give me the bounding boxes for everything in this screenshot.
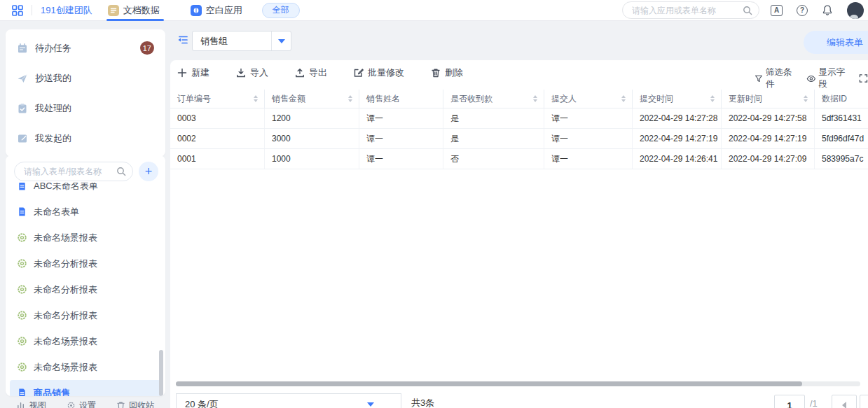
avatar-figure xyxy=(850,15,858,19)
batch-edit-button[interactable]: 批量修改 xyxy=(354,66,404,79)
sort-icon[interactable] xyxy=(348,95,352,102)
sort-icon[interactable] xyxy=(621,95,626,102)
form-item-label: 未命名分析报表 xyxy=(34,309,97,322)
sidebar-item-label: 我发起的 xyxy=(35,132,71,145)
current-page-box[interactable]: 1 xyxy=(774,395,805,408)
form-search[interactable] xyxy=(14,162,133,181)
import-icon xyxy=(236,68,246,78)
document-data-tab-icon xyxy=(108,5,119,16)
form-list-item[interactable]: 未命名表单 xyxy=(10,199,161,225)
new-record-button[interactable]: 新建 xyxy=(177,66,209,79)
toolbar-label: 批量修改 xyxy=(368,66,404,79)
sidebar-item-cc-to-me[interactable]: 抄送我的 xyxy=(6,63,165,93)
tab-blank-app[interactable]: 空白应用 xyxy=(191,0,242,21)
form-list-item[interactable]: 未命名分析报表 xyxy=(10,302,161,328)
cell-order-id: 0003 xyxy=(170,108,265,128)
sort-icon[interactable] xyxy=(533,95,537,102)
cell-sales-amount: 1000 xyxy=(265,149,359,169)
chart-view-icon xyxy=(17,401,26,408)
next-page-button[interactable] xyxy=(860,395,868,408)
form-list-item-selected[interactable]: 商品销售 xyxy=(10,380,161,396)
column-header-sales-amount[interactable]: 销售金额 xyxy=(265,90,359,108)
tab-label: 空白应用 xyxy=(206,4,242,17)
cell-payment-received: 是 xyxy=(443,108,544,128)
trash-icon xyxy=(431,68,441,78)
cell-update-time: 2022-04-29 14:27:58 xyxy=(722,108,815,128)
filter-all-pill[interactable]: 全部 xyxy=(262,3,300,18)
collapse-sidebar-icon[interactable] xyxy=(177,34,189,46)
column-header-payment-received[interactable]: 是否收到款 xyxy=(443,90,544,108)
sidebar-footer-recycle-bin[interactable]: 回收站 xyxy=(116,400,154,408)
toolbar-label: 显示字段 xyxy=(818,66,850,90)
bell-glyph xyxy=(822,4,833,16)
delete-button[interactable]: 删除 xyxy=(431,66,463,79)
column-header-data-id[interactable]: 数据ID xyxy=(815,90,868,108)
column-header-submitter[interactable]: 提交人 xyxy=(544,90,633,108)
form-item-label: 未命名场景报表 xyxy=(34,335,97,348)
sort-icon[interactable] xyxy=(254,95,258,102)
edit-form-button[interactable]: 编辑表单 xyxy=(804,31,868,54)
form-list-item[interactable]: ABC未命名表单 xyxy=(10,183,161,199)
form-search-input[interactable] xyxy=(15,162,132,181)
sort-icon[interactable] xyxy=(710,95,715,102)
import-button[interactable]: 导入 xyxy=(236,66,268,79)
sidebar-footer-settings[interactable]: 设置 xyxy=(67,400,96,408)
form-list-item[interactable]: 未命名场景报表 xyxy=(10,328,161,354)
report-icon xyxy=(17,284,27,295)
table-row[interactable]: 0002 3000 谭一 是 谭一 2022-04-29 14:27:19 20… xyxy=(170,129,868,149)
sidebar-item-initiated-by-me[interactable]: 我发起的 xyxy=(6,123,165,153)
notification-bell-icon[interactable] xyxy=(822,4,833,16)
column-label: 提交时间 xyxy=(640,93,673,105)
total-pages-label: /1 xyxy=(810,398,818,408)
sort-icon[interactable] xyxy=(804,95,808,102)
sidebar-footer: 视图 设置 回收站 xyxy=(6,400,165,408)
sidebar-scrollbar[interactable] xyxy=(159,350,163,396)
table-header-row: 订单编号 销售金额 销售姓名 是否收到款 提交人 提交时间 更新时间 数据ID xyxy=(170,90,868,108)
column-header-order-id[interactable]: 订单编号 xyxy=(170,90,265,108)
sidebar-item-todo-tasks[interactable]: 待办任务 17 xyxy=(6,33,165,63)
sidebar-item-handled-by-me[interactable]: 我处理的 xyxy=(6,93,165,123)
language-translate-icon[interactable]: A xyxy=(771,5,783,16)
batch-edit-icon xyxy=(354,68,364,78)
chevron-down-icon xyxy=(367,402,374,407)
form-list-item[interactable]: 未命名分析报表 xyxy=(10,251,161,276)
export-button[interactable]: 导出 xyxy=(295,66,327,79)
column-header-sales-name[interactable]: 销售姓名 xyxy=(359,90,443,108)
global-search-input[interactable] xyxy=(623,2,759,18)
app-launcher-icon[interactable] xyxy=(11,4,24,17)
horizontal-scrollbar-thumb[interactable] xyxy=(176,381,802,386)
previous-page-button[interactable] xyxy=(832,395,857,408)
sidebar-footer-views[interactable]: 视图 xyxy=(17,400,46,408)
form-doc-icon xyxy=(17,206,27,217)
group-select-dropdown[interactable]: 销售组 xyxy=(192,31,291,51)
gear-icon xyxy=(67,401,76,408)
filter-conditions-button[interactable]: 筛选条件 xyxy=(755,66,798,90)
fullscreen-icon[interactable] xyxy=(859,73,868,83)
table-row[interactable]: 0001 1000 谭一 否 谭一 2022-04-29 14:26:41 20… xyxy=(170,149,868,169)
user-avatar[interactable] xyxy=(847,2,864,19)
tab-document-data[interactable]: 文档数据 xyxy=(108,0,160,21)
cell-submit-time: 2022-04-29 14:27:19 xyxy=(633,129,722,148)
table-row[interactable]: 0003 1200 谭一 是 谭一 2022-04-29 14:27:28 20… xyxy=(170,108,868,129)
form-list-item[interactable]: 未命名场景报表 xyxy=(10,225,161,251)
page-size-value: 20 条/页 xyxy=(177,398,367,408)
form-list-item[interactable]: 未命名场景报表 xyxy=(10,354,161,380)
form-item-label: 未命名场景报表 xyxy=(34,361,97,374)
column-header-update-time[interactable]: 更新时间 xyxy=(722,90,815,108)
dropdown-caret-box xyxy=(271,31,291,50)
footer-label: 视图 xyxy=(29,400,46,408)
show-fields-button[interactable]: 显示字段 xyxy=(806,66,850,90)
add-form-button[interactable]: + xyxy=(139,162,158,181)
team-name[interactable]: 191创建团队 xyxy=(41,4,92,17)
help-icon[interactable]: ? xyxy=(797,5,808,16)
form-item-label: ABC未命名表单 xyxy=(34,183,98,192)
page-size-dropdown[interactable]: 20 条/页 xyxy=(176,393,401,408)
cell-order-id: 0001 xyxy=(170,149,265,169)
form-list-item[interactable]: 未命名分析报表 xyxy=(10,276,161,302)
global-search[interactable] xyxy=(622,1,759,19)
column-header-submit-time[interactable]: 提交时间 xyxy=(633,90,722,108)
cell-payment-received: 否 xyxy=(443,149,544,169)
active-tab-underline xyxy=(106,19,164,21)
cell-update-time: 2022-04-29 14:27:19 xyxy=(722,129,815,148)
form-item-label: 商品销售 xyxy=(34,387,70,397)
